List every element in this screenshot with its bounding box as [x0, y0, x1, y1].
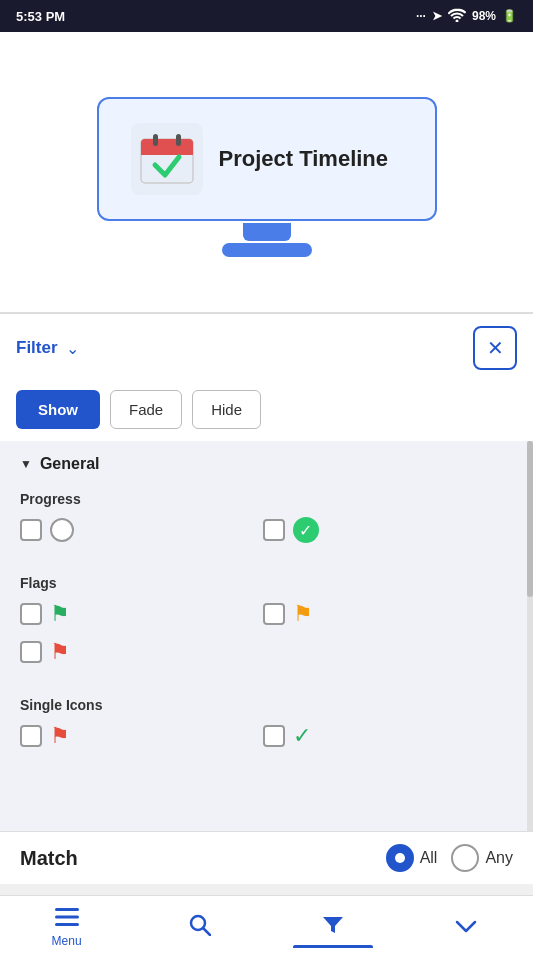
svg-rect-7	[55, 923, 79, 926]
filter-panel-wrap: ▼ General Progress ✓	[0, 441, 533, 831]
close-button[interactable]: ✕	[473, 326, 517, 370]
progress-checkbox-1[interactable]	[20, 519, 42, 541]
icon-checkbox-1[interactable]	[20, 725, 42, 747]
flag-yellow-icon: ⚑	[293, 601, 313, 627]
card-title: Project Timeline	[219, 146, 389, 172]
single-icons-group: Single Icons ⚑ ✓	[0, 687, 525, 771]
search-icon	[189, 914, 211, 941]
flag-green-icon: ⚑	[50, 601, 70, 627]
calendar-icon	[131, 123, 203, 195]
nav-item-menu[interactable]: Menu	[0, 899, 133, 956]
svg-rect-6	[55, 916, 79, 919]
nav-item-search[interactable]	[133, 906, 266, 949]
main-content: Project Timeline Filter ⌄ ✕ Show Fade Hi…	[0, 32, 533, 959]
filter-panel: ▼ General Progress ✓	[0, 441, 533, 831]
progress-group: Progress ✓	[0, 481, 525, 565]
illustration-area: Project Timeline	[0, 32, 533, 312]
filter-bar: Filter ⌄ ✕	[0, 313, 533, 382]
action-buttons: Show Fade Hide	[0, 382, 533, 441]
progress-label: Progress	[20, 491, 505, 507]
progress-check-green: ✓	[293, 517, 319, 543]
project-card: Project Timeline	[97, 97, 437, 221]
wifi-icon	[448, 8, 466, 25]
collapse-triangle-icon[interactable]: ▼	[20, 457, 32, 471]
match-all-radio-inner	[395, 853, 405, 863]
progress-circle-empty	[50, 518, 74, 542]
nav-icon-status: ➤	[432, 9, 442, 23]
svg-rect-3	[153, 134, 158, 146]
menu-icon	[55, 907, 79, 932]
flags-col-left-1: ⚑	[20, 601, 263, 627]
chevron-down-nav-icon	[455, 916, 477, 939]
flags-group: Flags ⚑ ⚑ ⚑	[0, 565, 525, 687]
show-button[interactable]: Show	[16, 390, 100, 429]
match-all-radio[interactable]	[386, 844, 414, 872]
svg-rect-2	[141, 147, 193, 155]
flags-col-left-2: ⚑	[20, 639, 263, 665]
hide-button[interactable]: Hide	[192, 390, 261, 429]
filter-label[interactable]: Filter	[16, 338, 58, 358]
fade-button[interactable]: Fade	[110, 390, 182, 429]
scrollbar-thumb[interactable]	[527, 441, 533, 597]
svg-rect-5	[55, 908, 79, 911]
match-all-option[interactable]: All	[386, 844, 438, 872]
flag-red-icon: ⚑	[50, 639, 70, 665]
filter-icon	[322, 915, 344, 940]
single-icons-col-left: ⚑	[20, 723, 263, 749]
signal-dots: ···	[416, 9, 426, 23]
match-any-radio[interactable]	[451, 844, 479, 872]
filter-left: Filter ⌄	[16, 338, 79, 358]
status-bar: 5:53 PM ··· ➤ 98% 🔋	[0, 0, 533, 32]
flag-checkbox-3[interactable]	[20, 641, 42, 663]
battery-icon: 🔋	[502, 9, 517, 23]
flags-label: Flags	[20, 575, 505, 591]
monitor-neck	[243, 223, 291, 241]
general-section-title: General	[40, 455, 100, 473]
scrollbar-track	[527, 441, 533, 831]
battery-status: 98%	[472, 9, 496, 23]
bottom-nav: Menu	[0, 895, 533, 959]
progress-col-left	[20, 518, 263, 542]
flags-row-2: ⚑	[20, 639, 505, 665]
svg-rect-4	[176, 134, 181, 146]
match-all-label: All	[420, 849, 438, 867]
nav-item-filter[interactable]	[267, 907, 400, 948]
single-icon-red: ⚑	[50, 723, 70, 749]
match-options: All Any	[386, 844, 513, 872]
chevron-down-icon[interactable]: ⌄	[66, 339, 79, 358]
svg-line-9	[203, 928, 210, 935]
match-any-label: Any	[485, 849, 513, 867]
match-any-option[interactable]: Any	[451, 844, 513, 872]
flags-row-1: ⚑ ⚑	[20, 601, 505, 627]
single-icons-row-1: ⚑ ✓	[20, 723, 505, 749]
general-section-header: ▼ General	[0, 441, 525, 481]
flag-checkbox-2[interactable]	[263, 603, 285, 625]
match-bar: Match All Any	[0, 831, 533, 884]
single-icons-label: Single Icons	[20, 697, 505, 713]
flag-checkbox-1[interactable]	[20, 603, 42, 625]
match-label: Match	[20, 847, 78, 870]
status-icons: ··· ➤ 98% 🔋	[416, 8, 517, 25]
icon-checkbox-2[interactable]	[263, 725, 285, 747]
progress-row-1: ✓	[20, 517, 505, 543]
progress-checkbox-2[interactable]	[263, 519, 285, 541]
monitor-base	[222, 243, 312, 257]
nav-menu-label: Menu	[52, 934, 82, 948]
single-icon-green: ✓	[293, 723, 311, 749]
progress-col-right: ✓	[263, 517, 506, 543]
close-icon: ✕	[487, 336, 504, 360]
single-icons-col-right: ✓	[263, 723, 506, 749]
nav-item-chevron[interactable]	[400, 908, 533, 947]
flags-col-right-1: ⚑	[263, 601, 506, 627]
status-time: 5:53 PM	[16, 9, 65, 24]
